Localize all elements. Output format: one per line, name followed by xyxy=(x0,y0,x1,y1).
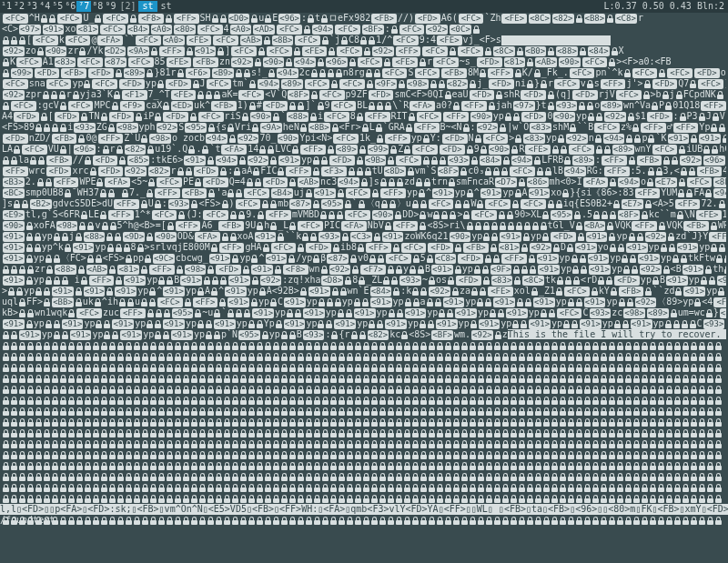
padding-row xyxy=(2,493,726,504)
padding-row xyxy=(2,471,726,482)
hex-line: <91>yp〈FC><FS>pp<9C>cbcwg_<91>yp^<91>/yp… xyxy=(2,253,726,264)
hex-line: LA<FC>VU|<96>:r<82>u19`.Q.`t<FA>14LVC<FF… xyxy=(2,144,726,155)
hex-line: >yp<91><91><91>yp^<91>ypA^<91>ypA<92B><9… xyxy=(2,286,726,297)
hex-line: <92>zo<90>zr/Yk<D2><9A><FF><91>]<FC><FC>… xyxy=(2,45,726,56)
hex-line: ]s<B2>gdvcS5DE>dU<FF>U:<93><FS>)<FC>mb<8… xyxy=(2,198,726,209)
hex-line: <FC>:gcV<FC>MPC<F9>caX<ED>uk^<FB>1)#<FD>… xyxy=(2,100,726,111)
hex-line: K<FC>A1<83><FC><87><FC>85<FE><FB>zn<92><… xyxy=(2,56,726,67)
hex-line: <FC>^H<FC>U_<FC><F8><FF>SH<D0>uE<96>:tロe… xyxy=(2,13,726,24)
system-status: L:0.37 0.50 0.43 Bln:2 xyxy=(604,1,728,12)
window-tab-2[interactable]: st xyxy=(157,1,176,12)
hex-line: <91>yp<91>yp<91>yp<91>yp<91>ypYp<91>yp<9… xyxy=(2,318,726,329)
padding-row xyxy=(2,482,726,493)
command-line[interactable]: /foundtext xyxy=(0,515,728,526)
padding-row xyxy=(2,406,726,417)
hex-line: A4<FD>[<FD>TN<FD>iP<FD><FC>riS<90>`<88>i… xyxy=(2,111,726,122)
hex-line: [<FC>k<FC>@<FA>``<FC><A0><FE><FC><AB><8B… xyxy=(2,35,726,45)
hex-line: <90>xoFA<98>v5^h@<B>=[<FF>A6_<FB>9Uh_L<F… xyxy=(2,220,726,231)
hex-line: <C><97><91>xo<81><FC><B4><A0><80><FC>4<A… xyxy=(2,24,726,35)
hex-line: <91>ypj<88><9D><90>OD&<FA>xoA<91>``k<93>… xyxy=(2,231,726,242)
hex-line: <FF>wrc<FD>xrc<FD><92><82>r<FD>:aAFIC<FF… xyxy=(2,166,726,176)
cursor xyxy=(501,35,611,45)
status-line: l,l▯<FD>▯▯p<FA>▯<FD>:sk;▯<FB>▯vm^On^N▯<E… xyxy=(0,504,728,515)
desktop-5[interactable]: ⁵5 xyxy=(51,1,64,12)
padding-row xyxy=(2,460,726,471)
desktop-2[interactable]: ²2 xyxy=(13,1,25,12)
hex-line: la<FB>//<FD><85>:tkE6><91><94><92><91>yp… xyxy=(2,155,726,166)
hex-line: kB>wn1wqk<FC>zuc<FF><95>~u`<91>yp<91>yp<… xyxy=(2,307,726,318)
hex-line: <91>yp<91>yp<91>yp<91>ypp`N<95>ypB<93>:{… xyxy=(2,329,726,340)
hex-line: <FS>89i<93>ZG<98>yph<92>S<95>{sVri<9A>he… xyxy=(2,122,726,133)
desktop-3[interactable]: ³3 xyxy=(25,1,38,12)
hex-line: <91>yp^k<91>yp8>srlvqjE800M<FF>gHA<FC><F… xyxy=(2,242,726,253)
desktop-7[interactable]: ⁷7 xyxy=(76,1,91,12)
desktop-4[interactable]: ⁴4 xyxy=(38,1,51,12)
hex-line: zr<88><AB><81><FF><98><FD><91><F8>wn<92>… xyxy=(2,264,726,275)
hex-line: <99><FD><FB><FD><89>}81r<F6><B9>s!_<94>2… xyxy=(2,67,726,78)
desktop-1[interactable]: ¹1 xyxy=(0,1,13,12)
layout-tag[interactable]: [2] xyxy=(116,1,138,12)
padding-row xyxy=(2,362,726,373)
search-match: This is the file I will try to recover. xyxy=(508,329,726,339)
desktop-9[interactable]: ⁹9 xyxy=(104,1,116,12)
padding-row xyxy=(2,373,726,384)
padding-row xyxy=(2,427,726,438)
hex-line: <92>zprryja3`K<F1>7_^T<FE>aK=<FC><V`Q<8F… xyxy=(2,89,726,100)
hex-line: <E9>tl,g`S<6FRLE<FF>1^*<FC>(J:<FC>9.<FF>… xyxy=(2,209,726,220)
hex-line: uqlFF><BB>uk^ihu<FC><FF><91>ypC<91>ypyp<… xyxy=(2,297,726,307)
padding-row xyxy=(2,384,726,395)
menu-bar: ¹1 ²2 ³3 ⁴4 ⁵5 ⁶6 ⁷7 ⁸8 ⁹9 [2] st st L:0… xyxy=(0,0,728,13)
hex-line: <FC>sna<FC>yp<FC><FD>yp<FD>J<FC>tm`<94><… xyxy=(2,78,726,89)
padding-row xyxy=(2,438,726,449)
hex-line: <B3>2.<FF>WPE<FA><5~<FC>PE<FD>Q=4<FD><AB… xyxy=(2,176,726,187)
padding-row xyxy=(2,351,726,362)
terminal-content[interactable]: <FC>^H<FC>U_<FC><F8><FF>SH<D0>uE<96>:tロe… xyxy=(0,13,728,526)
padding-row xyxy=(2,395,726,406)
desktop-8[interactable]: ⁸8 xyxy=(91,1,104,12)
padding-row xyxy=(2,417,726,427)
window-tab-1[interactable]: st xyxy=(138,1,157,12)
padding-row xyxy=(2,449,726,460)
hex-line: <FD>nZD/<FB>0@<FF>Z`U<98>o zocb<94><92>7… xyxy=(2,133,726,144)
desktop-6[interactable]: ⁶6 xyxy=(64,1,76,12)
padding-row xyxy=(2,340,726,351)
hex-line: <BC>smp0UB8¯WH37 7._<FF><FB>'a<FC><B4>uj… xyxy=(2,187,726,198)
hex-line: <91>yp i<FF><91>ypB<91><91><92>:zq!xha<D… xyxy=(2,275,726,286)
